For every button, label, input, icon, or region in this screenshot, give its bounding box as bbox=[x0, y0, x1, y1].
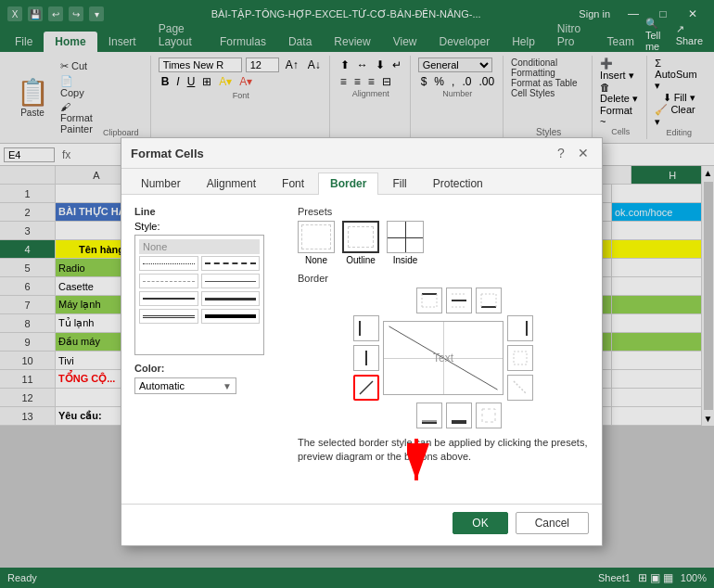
line-style-thick[interactable] bbox=[201, 309, 261, 324]
border-label: Border bbox=[298, 273, 589, 284]
border-right-buttons bbox=[507, 315, 533, 401]
color-arrow-icon: ▼ bbox=[223, 381, 232, 391]
dialog-tab-number[interactable]: Number bbox=[129, 173, 193, 194]
dialog-title: Format Cells bbox=[131, 147, 204, 160]
inside-preset: Inside bbox=[387, 221, 424, 265]
border-bottom2-button[interactable] bbox=[416, 403, 442, 428]
ok-button[interactable]: OK bbox=[453, 512, 507, 534]
border-diagonal-left-button[interactable] bbox=[353, 375, 379, 401]
color-value: Automatic bbox=[139, 380, 185, 391]
border-preview-text: Text bbox=[433, 352, 453, 364]
color-row: Automatic ▼ bbox=[134, 377, 283, 394]
line-styles-grid bbox=[139, 256, 260, 324]
presets-row: None Outline bbox=[298, 221, 589, 265]
outline-preset-label: Outline bbox=[346, 255, 376, 265]
line-section-label: Line bbox=[134, 206, 283, 217]
border-preview-diagram[interactable]: Text bbox=[383, 321, 504, 395]
dialog-titlebar: Format Cells ? ✕ bbox=[121, 138, 602, 169]
dialog-body: Line Style: None bbox=[121, 195, 602, 476]
line-section: Line Style: None bbox=[134, 206, 283, 465]
border-no-button[interactable] bbox=[507, 345, 533, 371]
border-right-button[interactable] bbox=[507, 315, 533, 341]
border-bottom-button[interactable] bbox=[476, 288, 502, 313]
color-dropdown[interactable]: Automatic ▼ bbox=[134, 377, 236, 394]
border-diagram-container: Text bbox=[298, 288, 589, 428]
border-inside-h-button[interactable] bbox=[446, 288, 472, 313]
dialog-help-button[interactable]: ? bbox=[552, 144, 570, 162]
line-style-double[interactable] bbox=[139, 309, 198, 324]
border-left-buttons bbox=[353, 315, 379, 401]
inside-preset-label: Inside bbox=[393, 255, 418, 265]
dialog-tab-alignment[interactable]: Alignment bbox=[195, 173, 268, 194]
border-top-buttons bbox=[385, 288, 502, 313]
dialog-tab-protection[interactable]: Protection bbox=[421, 173, 495, 194]
line-style-dashed-thin[interactable] bbox=[201, 256, 261, 271]
line-style-thin[interactable] bbox=[139, 291, 198, 306]
dialog-controls: ? ✕ bbox=[552, 144, 593, 162]
color-section: Color: Automatic ▼ bbox=[134, 363, 283, 394]
none-preset-label: None bbox=[305, 255, 327, 265]
outline-preset-button[interactable] bbox=[342, 221, 379, 253]
svg-line-17 bbox=[514, 381, 527, 394]
svg-rect-21 bbox=[482, 409, 495, 422]
border-section: Presets None bbox=[298, 206, 589, 465]
arrow-container bbox=[121, 476, 602, 504]
cancel-button[interactable]: Cancel bbox=[516, 512, 589, 534]
dialog-main-row: Line Style: None bbox=[134, 206, 589, 465]
format-cells-dialog: Format Cells ? ✕ Number Alignment Font B… bbox=[121, 137, 603, 546]
outline-preset: Outline bbox=[342, 221, 379, 265]
svg-line-13 bbox=[360, 381, 373, 394]
line-none-option[interactable]: None bbox=[139, 239, 260, 254]
none-preset-button[interactable] bbox=[298, 221, 335, 253]
line-style-box: None bbox=[134, 235, 264, 355]
dialog-tab-border[interactable]: Border bbox=[318, 173, 378, 195]
border-bottom-buttons bbox=[385, 403, 502, 428]
line-style-dotted[interactable] bbox=[139, 256, 198, 271]
line-style-medium[interactable] bbox=[201, 291, 261, 306]
color-label: Color: bbox=[134, 363, 283, 374]
presets-label: Presets bbox=[298, 206, 589, 217]
red-arrow-icon bbox=[407, 434, 463, 490]
dialog-tab-bar: Number Alignment Font Border Fill Protec… bbox=[121, 169, 602, 195]
style-label: Style: bbox=[134, 221, 283, 232]
dialog-close-button[interactable]: ✕ bbox=[574, 144, 593, 162]
border-thick-bottom-button[interactable] bbox=[446, 403, 472, 428]
border-no-border-button[interactable] bbox=[476, 403, 502, 428]
border-left-button[interactable] bbox=[353, 315, 379, 341]
line-style-dotdash[interactable] bbox=[201, 274, 261, 288]
border-top-button[interactable] bbox=[416, 288, 442, 313]
svg-rect-16 bbox=[514, 352, 527, 364]
dialog-overlay: Format Cells ? ✕ Number Alignment Font B… bbox=[0, 0, 714, 588]
inside-preset-button[interactable] bbox=[387, 221, 424, 253]
border-middle-row: Text bbox=[353, 315, 533, 401]
border-diagonal-right-button[interactable] bbox=[507, 375, 533, 401]
presets-section: Presets None bbox=[298, 206, 589, 265]
border-inside-v-button[interactable] bbox=[353, 345, 379, 371]
none-preset: None bbox=[298, 221, 335, 265]
dialog-footer: OK Cancel bbox=[121, 504, 602, 545]
line-style-dashed-medium[interactable] bbox=[139, 274, 198, 288]
dialog-tab-font[interactable]: Font bbox=[270, 173, 316, 194]
dialog-tab-fill[interactable]: Fill bbox=[380, 173, 418, 194]
